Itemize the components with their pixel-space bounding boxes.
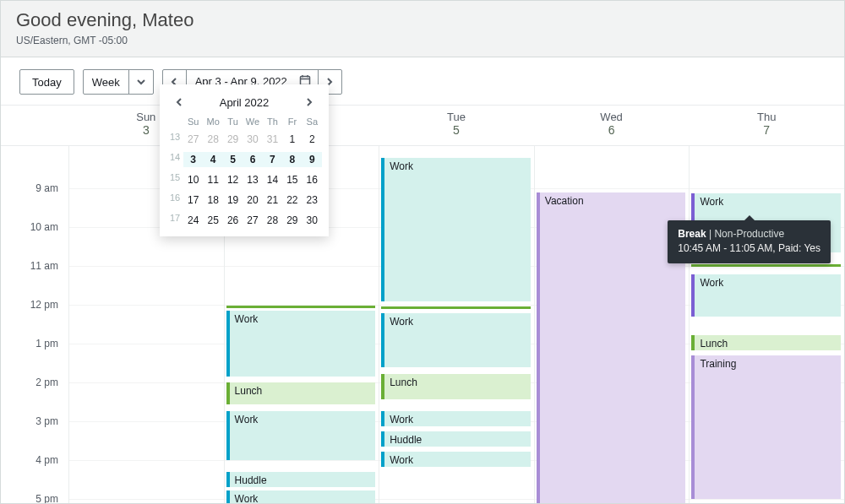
datepicker-title: April 2022 xyxy=(220,96,270,109)
datepicker-day[interactable]: 30 xyxy=(243,132,262,147)
day-col-thu[interactable]: WorkWorkLunchTraining xyxy=(689,146,844,504)
datepicker-dow: Su xyxy=(183,117,203,127)
datepicker-grid: SuMoTuWeThFrSa13272829303112143456789151… xyxy=(166,117,322,228)
time-label: 12 pm xyxy=(30,299,58,311)
datepicker-week-number: 14 xyxy=(166,152,183,167)
datepicker-day[interactable]: 22 xyxy=(282,192,302,208)
calendar-event[interactable]: Work xyxy=(226,311,376,377)
datepicker-day[interactable]: 31 xyxy=(263,132,282,147)
datepicker-day[interactable]: 1 xyxy=(282,132,302,147)
datepicker-prev-month[interactable] xyxy=(170,93,188,111)
time-label: 2 pm xyxy=(35,377,58,388)
datepicker-day[interactable]: 19 xyxy=(223,192,243,208)
calendar-event[interactable]: Work xyxy=(381,313,531,367)
day-headers-row: Sun3 Mon4 Tue5 Wed6 Thu7 xyxy=(1,106,844,146)
timezone-text: US/Eastern, GMT -05:00 xyxy=(16,35,829,46)
tooltip-details: 10:45 AM - 11:05 AM, Paid: Yes xyxy=(678,241,820,256)
tooltip-title: Break xyxy=(678,228,706,240)
time-label: 10 am xyxy=(30,221,58,233)
view-select-label: Week xyxy=(84,76,128,89)
calendar-area: Sun3 Mon4 Tue5 Wed6 Thu7 9 am10 am11 am1… xyxy=(1,106,844,504)
datepicker-week-number: 17 xyxy=(166,213,183,228)
datepicker-dow: Mo xyxy=(203,117,222,127)
day-header-wed: Wed6 xyxy=(534,106,690,145)
datepicker-day[interactable]: 18 xyxy=(203,192,222,208)
datepicker-day[interactable]: 14 xyxy=(263,172,282,187)
datepicker-day[interactable]: 6 xyxy=(243,152,262,167)
chevron-down-icon xyxy=(128,70,153,94)
datepicker-day[interactable]: 25 xyxy=(203,213,222,228)
view-select[interactable]: Week xyxy=(83,69,154,95)
page-header: Good evening, Mateo US/Eastern, GMT -05:… xyxy=(1,1,844,57)
break-marker[interactable] xyxy=(226,306,376,308)
datepicker-day[interactable]: 15 xyxy=(282,172,302,187)
greeting-text: Good evening, Mateo xyxy=(16,9,829,31)
calendar-event[interactable]: Lunch xyxy=(691,335,841,350)
datepicker-day[interactable]: 9 xyxy=(303,152,322,167)
calendar-event[interactable]: Huddle xyxy=(381,431,531,447)
datepicker-day[interactable]: 29 xyxy=(223,132,243,147)
datepicker-dow: We xyxy=(243,117,262,127)
calendar-event[interactable]: Work xyxy=(226,411,376,460)
toolbar: Today Week Apr 3 - Apr 9, 2022 xyxy=(1,57,844,106)
datepicker-day[interactable]: 17 xyxy=(183,192,203,208)
today-button[interactable]: Today xyxy=(19,69,74,95)
datepicker-day[interactable]: 16 xyxy=(303,172,322,187)
datepicker-day[interactable]: 3 xyxy=(183,152,203,167)
datepicker-day[interactable]: 21 xyxy=(263,192,282,208)
time-label: 1 pm xyxy=(35,338,58,350)
datepicker-dow: Tu xyxy=(223,117,243,127)
datepicker-day[interactable]: 27 xyxy=(243,213,262,228)
calendar-event[interactable]: Vacation xyxy=(537,192,686,504)
day-col-wed[interactable]: Vacation xyxy=(534,146,690,504)
datepicker-dow: Th xyxy=(263,117,282,127)
break-marker[interactable] xyxy=(691,264,841,267)
day-header-thu: Thu7 xyxy=(689,106,844,145)
time-label: 4 pm xyxy=(35,454,58,466)
calendar-grid: 9 am10 am11 am12 pm1 pm2 pm3 pm4 pm5 pm … xyxy=(1,146,844,504)
datepicker-day[interactable]: 10 xyxy=(183,172,203,187)
datepicker-day[interactable]: 11 xyxy=(203,172,222,187)
calendar-event[interactable]: Work xyxy=(381,158,531,301)
datepicker-day[interactable]: 26 xyxy=(223,213,243,228)
event-tooltip: Break | Non-Productive 10:45 AM - 11:05 … xyxy=(668,220,831,263)
datepicker-day[interactable]: 12 xyxy=(223,172,243,187)
time-axis: 9 am10 am11 am12 pm1 pm2 pm3 pm4 pm5 pm xyxy=(1,146,68,504)
calendar-event[interactable]: Lunch xyxy=(381,374,531,399)
datepicker-day[interactable]: 30 xyxy=(303,213,322,228)
day-header-tue: Tue5 xyxy=(379,106,534,145)
time-label: 5 pm xyxy=(35,493,58,504)
calendar-event[interactable]: Training xyxy=(691,355,841,499)
datepicker-day[interactable]: 29 xyxy=(282,213,302,228)
datepicker-day[interactable]: 4 xyxy=(203,152,222,167)
datepicker-week-number: 13 xyxy=(166,132,183,147)
datepicker-day[interactable]: 24 xyxy=(183,213,203,228)
calendar-event[interactable]: Huddle xyxy=(226,472,376,487)
datepicker-next-month[interactable] xyxy=(300,93,319,111)
break-marker[interactable] xyxy=(381,306,531,309)
day-col-tue[interactable]: WorkWorkLunchWorkHuddleWork xyxy=(379,146,534,504)
calendar-event[interactable]: Lunch xyxy=(226,382,376,404)
svg-rect-0 xyxy=(300,76,309,84)
datepicker-day[interactable]: 23 xyxy=(303,192,322,208)
time-label: 9 am xyxy=(35,182,58,194)
datepicker-dow: Fr xyxy=(282,117,302,127)
datepicker-day[interactable]: 8 xyxy=(282,152,302,167)
datepicker-day[interactable]: 2 xyxy=(303,132,322,147)
datepicker-week-number: 16 xyxy=(166,192,183,208)
datepicker-day[interactable]: 7 xyxy=(263,152,282,167)
calendar-event[interactable]: Work xyxy=(381,452,531,467)
datepicker-day[interactable]: 13 xyxy=(243,172,262,187)
time-label: 3 pm xyxy=(35,415,58,427)
datepicker-day[interactable]: 20 xyxy=(243,192,262,208)
datepicker-day[interactable]: 27 xyxy=(183,132,203,147)
date-picker-popover: April 2022 SuMoTuWeThFrSa132728293031121… xyxy=(160,84,329,236)
time-label: 11 am xyxy=(30,260,58,272)
calendar-event[interactable]: Work xyxy=(381,411,531,426)
datepicker-day[interactable]: 28 xyxy=(203,132,222,147)
calendar-event[interactable]: Work xyxy=(226,490,376,504)
datepicker-week-number: 15 xyxy=(166,172,183,187)
datepicker-day[interactable]: 28 xyxy=(263,213,282,228)
datepicker-day[interactable]: 5 xyxy=(223,152,243,167)
calendar-event[interactable]: Work xyxy=(691,274,841,317)
